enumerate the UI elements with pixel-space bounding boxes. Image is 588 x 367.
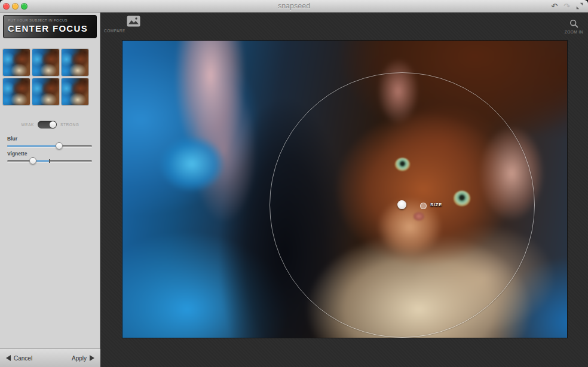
cancel-label: Cancel <box>14 355 32 362</box>
undo-icon[interactable]: ↶ <box>551 2 558 10</box>
vignette-slider-group: Vignette <box>7 151 92 162</box>
footer-bar: Cancel Apply <box>0 348 100 367</box>
window-title: snapseed <box>0 0 588 13</box>
blur-slider-label: Blur <box>7 136 92 142</box>
canvas-area: COMPARE ZOOM IN SIZE <box>101 13 588 367</box>
preset-thumbnail[interactable] <box>3 78 30 105</box>
strength-toggle[interactable] <box>38 121 57 129</box>
slider-fill <box>7 145 59 147</box>
strength-toggle-row: WEAK STRONG <box>0 121 100 129</box>
blur-slider-knob[interactable] <box>56 142 63 149</box>
image-icon <box>127 16 140 27</box>
snapseed-window: snapseed ↶ ↷ PUT YOUR SUBJECT IN FOCUS C… <box>0 0 588 367</box>
apply-button[interactable]: Apply <box>72 355 94 362</box>
titlebar: snapseed ↶ ↷ <box>0 0 588 13</box>
preset-thumbnail[interactable] <box>32 78 59 105</box>
preset-thumbnail[interactable] <box>62 78 88 105</box>
apply-label: Apply <box>72 355 87 362</box>
preset-grid <box>3 49 90 105</box>
blur-slider-group: Blur <box>7 136 92 147</box>
sidebar: PUT YOUR SUBJECT IN FOCUS CENTER FOCUS W… <box>0 13 100 348</box>
back-arrow-icon <box>6 355 11 361</box>
cancel-button[interactable]: Cancel <box>6 355 32 362</box>
size-handle[interactable] <box>420 203 427 209</box>
size-label: SIZE <box>430 202 442 207</box>
compare-label: COMPARE <box>104 29 149 33</box>
zoom-in-label: ZOOM IN <box>565 30 583 34</box>
strong-label: STRONG <box>60 123 79 127</box>
vignette-slider[interactable] <box>7 160 92 162</box>
fullscreen-icon[interactable] <box>576 2 583 11</box>
toggle-knob[interactable] <box>50 121 56 128</box>
blur-slider[interactable] <box>7 145 92 147</box>
slider-default-marker <box>49 159 50 163</box>
photo-canvas[interactable]: SIZE <box>122 41 567 338</box>
preset-thumbnail[interactable] <box>32 49 59 76</box>
vignette-slider-knob[interactable] <box>29 157 36 164</box>
zoom-in-button[interactable]: ZOOM IN <box>565 19 583 34</box>
filter-title: CENTER FOCUS <box>8 23 92 33</box>
filter-subtitle: PUT YOUR SUBJECT IN FOCUS <box>8 19 92 22</box>
titlebar-actions: ↶ ↷ <box>551 0 583 13</box>
forward-arrow-icon <box>90 355 94 361</box>
compare-button[interactable]: COMPARE <box>104 16 149 33</box>
redo-icon[interactable]: ↷ <box>564 2 570 10</box>
vignette-slider-label: Vignette <box>7 151 92 157</box>
weak-label: WEAK <box>22 123 35 127</box>
preset-thumbnail[interactable] <box>3 49 30 76</box>
preset-thumbnail[interactable] <box>62 49 88 76</box>
center-point-handle[interactable] <box>397 200 406 209</box>
magnifier-icon <box>569 19 578 28</box>
filter-header: PUT YOUR SUBJECT IN FOCUS CENTER FOCUS <box>3 15 97 38</box>
